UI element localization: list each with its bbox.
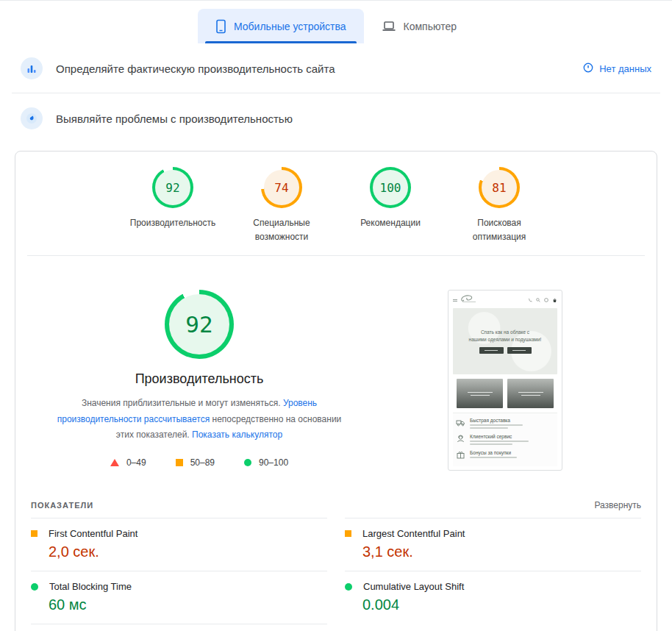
score-seo[interactable]: 81 Поисковая оптимизация [456,167,543,243]
no-data-label: Нет данных [599,63,651,74]
tab-desktop-label: Компьютер [404,21,457,32]
metric-lcp-value: 3,1 сек. [362,543,641,560]
info-icon [583,63,593,75]
site-header-icons [528,298,557,303]
category-tile-2 [507,379,554,408]
metric-lcp: Largest Contentful Paint 3,1 сек. [345,518,641,571]
field-data-title: Определяйте фактическую производительнос… [56,63,335,75]
pass-circle-icon [31,583,38,591]
metrics-column-right: Largest Contentful Paint 3,1 сек. Cumula… [345,518,641,631]
average-square-icon [345,530,351,537]
metric-tbt-name: Total Blocking Time [49,581,132,592]
performance-score: 92 [155,170,190,205]
screenshot-site-header [453,294,557,306]
screenshot-category-tiles [453,379,557,408]
metric-cls-value: 0.004 [362,596,641,613]
hero-text: Спать как на облаке с нашими одеялами и … [461,329,549,343]
feature-service: Клиентский сервис [456,434,554,445]
lab-data-section: Выявляйте проблемы с производительностью [0,93,672,143]
lighthouse-report-card: 92 Производительность 74 Специальные воз… [15,151,657,631]
legend-pass: 90–100 [244,457,288,468]
fail-triangle-icon [110,459,119,466]
performance-gauge: 92 [152,167,193,208]
category-tile-1 [457,379,503,408]
bar-chart-icon [21,57,43,79]
description-text-1: Значения приблизительные и могут изменят… [82,398,283,408]
truck-icon [456,418,465,427]
performance-overview: 92 Производительность Значения приблизит… [15,256,657,488]
metric-lcp-name: Largest Contentful Paint [362,528,465,539]
tab-mobile-label: Мобильные устройства [234,21,346,32]
metric-fcp-name: First Contentful Paint [49,528,137,539]
performance-label: Производительность [129,216,216,230]
mobile-phone-icon [215,19,226,34]
feature-delivery-title: Быстрая доставка [470,418,523,423]
feature-service-title: Клиентский сервис [470,434,529,439]
gift-icon [456,450,465,460]
best-practices-score: 100 [373,170,408,205]
no-data-link[interactable]: Нет данных [583,63,651,75]
site-logo [460,293,487,307]
metric-tbt-value: 60 мс [49,596,327,613]
pass-circle-icon [345,583,352,591]
tab-desktop[interactable]: Компьютер [364,9,474,43]
account-icon [544,298,548,302]
legend-fail: 0–49 [110,457,146,468]
best-practices-gauge: 100 [370,167,411,208]
metric-speed-index: Speed Index 2,6 сек. [31,624,327,631]
average-square-icon [31,530,37,537]
main-performance-score: 92 [169,294,229,354]
score-legend: 0–49 50–89 90–100 [110,457,288,468]
pass-circle-icon [244,459,251,466]
hero-button-2 [507,347,532,354]
accessibility-gauge: 74 [261,167,302,208]
screenshot-panel: Спать как на облаке с нашими одеялами и … [368,290,642,471]
metric-fcp-value: 2,0 сек. [49,543,327,560]
metrics-column-left: First Contentful Paint 2,0 сек. Total Bl… [31,518,327,631]
legend-pass-range: 90–100 [259,457,288,468]
phone-icon [528,298,532,302]
calculator-link[interactable]: Показать калькулятор [192,429,282,440]
screenshot-features: Быстрая доставка Клиентский сервис [453,413,557,466]
metric-cls-name: Cumulative Layout Shift [363,581,464,592]
cart-icon [552,298,557,303]
legend-average-range: 50–89 [190,457,215,468]
metric-fcp: First Contentful Paint 2,0 сек. [31,518,327,571]
page-top-divider [0,0,672,1]
support-headset-icon [456,434,465,443]
legend-fail-range: 0–49 [126,457,146,468]
feature-bonus: Бонусы за покупки [456,450,554,460]
metrics-grid: First Contentful Paint 2,0 сек. Total Bl… [15,518,657,631]
lab-data-title: Выявляйте проблемы с производительностью [56,113,293,125]
hamburger-menu-icon [453,299,457,302]
seo-score: 81 [482,170,517,205]
desktop-laptop-icon [382,20,396,33]
performance-heading: Производительность [135,371,264,387]
performance-gauge-panel: 92 Производительность Значения приблизит… [30,290,368,471]
metric-tbt: Total Blocking Time 60 мс [31,571,327,624]
metric-cls: Cumulative Layout Shift 0.004 [345,571,641,624]
page-screenshot-thumbnail[interactable]: Спать как на облаке с нашими одеялами и … [448,290,562,471]
performance-description: Значения приблизительные и могут изменят… [55,396,343,443]
hero-button-1 [479,347,504,354]
expand-metrics-button[interactable]: Развернуть [594,500,641,510]
seo-label: Поисковая оптимизация [456,216,543,243]
accessibility-label: Специальные возможности [238,216,325,243]
metrics-header-row: ПОКАЗАТЕЛИ Развернуть [15,488,657,518]
screenshot-hero-banner: Спать как на облаке с нашими одеялами и … [453,308,557,374]
lab-drop-icon [21,107,43,129]
feature-bonus-title: Бонусы за покупки [470,450,517,455]
category-scores: 92 Производительность 74 Специальные воз… [15,151,657,254]
tab-mobile[interactable]: Мобильные устройства [198,9,364,43]
metrics-section-title: ПОКАЗАТЕЛИ [31,501,93,510]
search-icon [536,298,540,302]
best-practices-label: Рекомендации [347,216,434,230]
score-performance[interactable]: 92 Производительность [129,167,216,243]
score-accessibility[interactable]: 74 Специальные возможности [238,167,325,243]
score-best-practices[interactable]: 100 Рекомендации [347,167,434,243]
main-performance-gauge: 92 [165,290,234,359]
hero-buttons [479,347,532,354]
field-data-section: Определяйте фактическую производительнос… [0,43,672,93]
device-tabs: Мобильные устройства Компьютер [0,9,672,43]
seo-gauge: 81 [479,167,520,208]
